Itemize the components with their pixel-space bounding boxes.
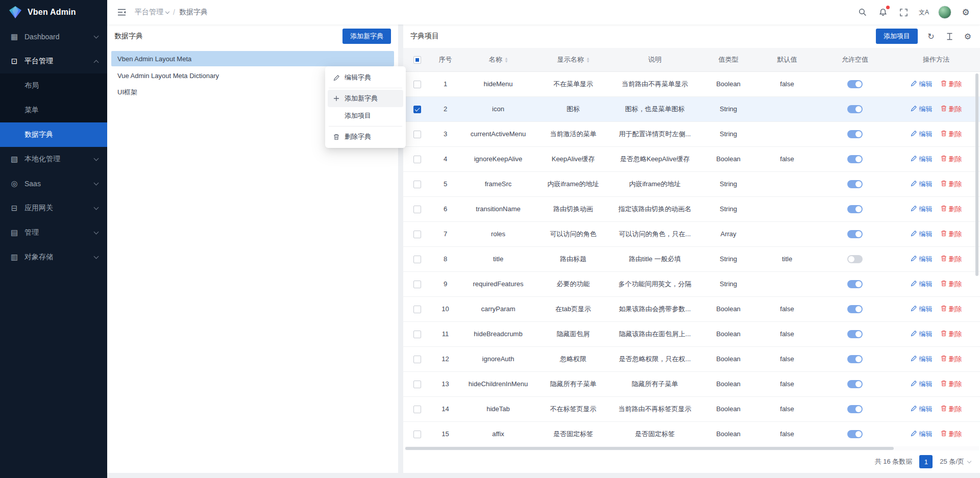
row-checkbox[interactable]: [413, 281, 421, 288]
fullscreen-icon[interactable]: [897, 6, 910, 18]
dictionary-list-item[interactable]: Vben Admin Layout Meta: [111, 51, 394, 66]
row-height-icon[interactable]: [944, 31, 954, 41]
page-button-1[interactable]: 1: [919, 455, 933, 468]
nullable-toggle[interactable]: [847, 155, 863, 163]
page-size-select[interactable]: 25 条/页: [940, 457, 971, 466]
translate-icon[interactable]: 文A: [918, 6, 930, 18]
nullable-toggle[interactable]: [847, 305, 863, 313]
nullable-toggle[interactable]: [847, 380, 863, 388]
delete-row-button[interactable]: 删除: [941, 180, 962, 189]
row-checkbox[interactable]: [413, 206, 421, 213]
sidebar-subitem[interactable]: 数据字典: [0, 122, 107, 147]
row-checkbox[interactable]: [413, 81, 421, 88]
row-checkbox[interactable]: [413, 306, 421, 313]
horizontal-scrollbar[interactable]: [404, 446, 979, 450]
sidebar-item[interactable]: ▦Dashboard: [0, 24, 107, 49]
add-dictionary-button[interactable]: 添加新字典: [342, 29, 391, 44]
nullable-toggle[interactable]: [847, 80, 863, 88]
delete-row-button[interactable]: 删除: [941, 255, 962, 264]
nullable-toggle[interactable]: [847, 255, 863, 263]
nullable-toggle[interactable]: [847, 105, 863, 113]
delete-row-button[interactable]: 删除: [941, 105, 962, 114]
sidebar-item[interactable]: ◎Saas: [0, 171, 107, 196]
sidebar-item[interactable]: ▧本地化管理: [0, 147, 107, 171]
nullable-toggle[interactable]: [847, 330, 863, 338]
edit-row-button[interactable]: 编辑: [911, 380, 933, 389]
edit-row-button[interactable]: 编辑: [911, 405, 933, 414]
nullable-toggle[interactable]: [847, 230, 863, 238]
delete-row-button[interactable]: 删除: [941, 405, 962, 414]
delete-row-button[interactable]: 删除: [941, 280, 962, 289]
row-checkbox[interactable]: [413, 431, 421, 438]
sidebar-item[interactable]: ⊡平台管理: [0, 49, 107, 73]
vertical-scrollbar[interactable]: [975, 73, 979, 441]
sort-icon[interactable]: ▴▾: [505, 57, 508, 63]
select-all-checkbox[interactable]: [413, 56, 421, 64]
delete-row-button[interactable]: 删除: [941, 380, 962, 389]
column-settings-icon[interactable]: ⚙: [963, 31, 973, 41]
row-checkbox[interactable]: [413, 181, 421, 188]
row-checkbox[interactable]: [413, 356, 421, 363]
delete-row-button[interactable]: 删除: [941, 205, 962, 214]
edit-row-button[interactable]: 编辑: [911, 230, 933, 239]
edit-row-button[interactable]: 编辑: [911, 180, 933, 189]
nullable-toggle[interactable]: [847, 280, 863, 288]
edit-row-button[interactable]: 编辑: [911, 130, 933, 139]
row-checkbox[interactable]: [413, 131, 421, 138]
delete-row-button[interactable]: 删除: [941, 230, 962, 239]
sidebar-item[interactable]: ▤管理: [0, 220, 107, 245]
row-checkbox[interactable]: [413, 256, 421, 263]
edit-row-button[interactable]: 编辑: [911, 255, 933, 264]
delete-row-button[interactable]: 删除: [941, 355, 962, 364]
row-checkbox[interactable]: [413, 156, 421, 163]
vertical-scrollbar-thumb[interactable]: [975, 73, 978, 276]
horizontal-scrollbar-thumb[interactable]: [405, 447, 894, 450]
context-menu-item[interactable]: 编辑字典: [328, 69, 403, 86]
nullable-toggle[interactable]: [847, 430, 863, 438]
add-item-button[interactable]: 添加项目: [876, 29, 918, 44]
column-header[interactable]: 显示名称▴▾: [537, 48, 609, 71]
row-checkbox[interactable]: [413, 381, 421, 388]
edit-row-button[interactable]: 编辑: [911, 305, 933, 314]
edit-row-button[interactable]: 编辑: [911, 205, 933, 214]
delete-row-button[interactable]: 删除: [941, 330, 962, 339]
context-menu-item[interactable]: 添加新字典: [328, 90, 403, 107]
delete-row-button[interactable]: 删除: [941, 130, 962, 139]
edit-row-button[interactable]: 编辑: [911, 280, 933, 289]
edit-row-button[interactable]: 编辑: [911, 105, 933, 114]
row-checkbox[interactable]: [413, 106, 421, 113]
nullable-toggle[interactable]: [847, 405, 863, 413]
delete-row-button[interactable]: 删除: [941, 155, 962, 164]
sort-icon[interactable]: ▴▾: [587, 57, 590, 63]
refresh-icon[interactable]: ↻: [926, 31, 936, 41]
sidebar-subitem[interactable]: 菜单: [0, 98, 107, 122]
context-menu-item[interactable]: 删除字典: [328, 128, 403, 145]
sidebar-subitem[interactable]: 布局: [0, 73, 107, 98]
row-checkbox[interactable]: [413, 406, 421, 413]
breadcrumb-item-platform[interactable]: 平台管理: [135, 8, 169, 17]
edit-row-button[interactable]: 编辑: [911, 155, 933, 164]
notification-bell-icon[interactable]: [877, 6, 889, 18]
edit-row-button[interactable]: 编辑: [911, 80, 933, 89]
delete-row-button[interactable]: 删除: [941, 80, 962, 89]
row-checkbox[interactable]: [413, 231, 421, 238]
delete-row-button[interactable]: 删除: [941, 305, 962, 314]
nullable-toggle[interactable]: [847, 130, 863, 138]
context-menu-item[interactable]: 添加项目: [328, 107, 403, 124]
app-logo[interactable]: Vben Admin: [0, 0, 107, 24]
delete-row-button[interactable]: 删除: [941, 430, 962, 439]
nullable-toggle[interactable]: [847, 355, 863, 363]
sidebar-item[interactable]: ⊟应用网关: [0, 196, 107, 220]
sidebar-item[interactable]: ▥对象存储: [0, 245, 107, 269]
nullable-toggle[interactable]: [847, 180, 863, 188]
search-icon[interactable]: [856, 6, 869, 18]
column-header[interactable]: 名称▴▾: [459, 48, 537, 71]
edit-row-button[interactable]: 编辑: [911, 355, 933, 364]
edit-row-button[interactable]: 编辑: [911, 430, 933, 439]
settings-gear-icon[interactable]: ⚙: [960, 6, 972, 18]
row-checkbox[interactable]: [413, 331, 421, 338]
nullable-toggle[interactable]: [847, 205, 863, 213]
avatar[interactable]: [938, 6, 951, 19]
sidebar-collapse-icon[interactable]: [115, 6, 128, 18]
edit-row-button[interactable]: 编辑: [911, 330, 933, 339]
